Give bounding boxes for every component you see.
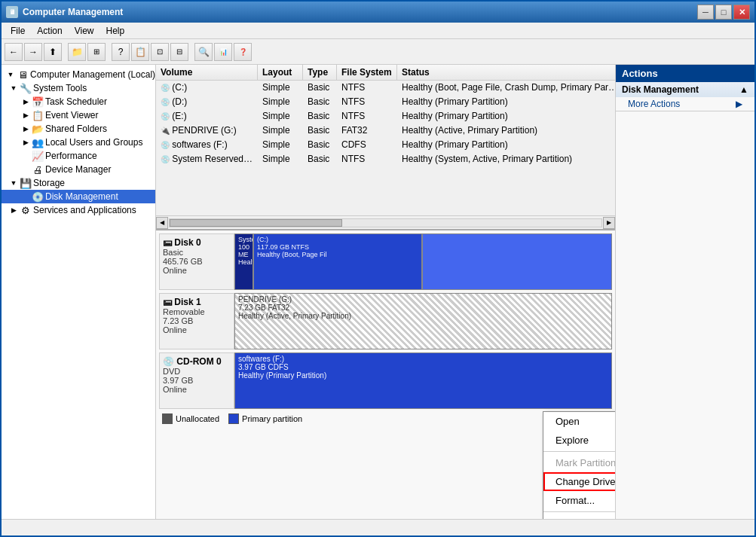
sidebar-task-label: Task Scheduler: [45, 96, 107, 107]
disk-0-part-c[interactable]: (C:)117.09 GB NTFSHealthy (Boot, Page Fi…: [254, 234, 424, 289]
cell-fs: FAT32: [337, 124, 397, 137]
disk-1-name: 🖴 Disk 1: [163, 297, 231, 307]
disk-1-info: 🖴 Disk 1 Removable 7.23 GB Online: [159, 293, 234, 349]
actions-section-disk-management: Disk Management ▲ More Actions ▶: [616, 82, 754, 111]
local-users-expander[interactable]: ▶: [20, 136, 32, 148]
menu-view[interactable]: View: [69, 24, 100, 38]
sidebar-item-system-tools[interactable]: ▼ 🔧 System Tools: [2, 81, 155, 95]
disk-1-pendrive[interactable]: PENDRIVE (G:)7.23 GB FAT32Healthy (Activ…: [235, 294, 611, 349]
cell-type: Basic: [303, 138, 337, 151]
table-row[interactable]: 💿 System Reserved (H:) Simple Basic NTFS…: [156, 152, 615, 166]
cell-volume: 💿 (C:): [156, 81, 258, 94]
disk-0-part-system[interactable]: System100 MEHealth: [235, 234, 254, 289]
sidebar-item-task-scheduler[interactable]: ▶ 📅 Task Scheduler: [2, 95, 155, 108]
table-row[interactable]: 💿 (E:) Simple Basic NTFS Healthy (Primar…: [156, 109, 615, 124]
cell-status: Healthy (Primary Partition): [397, 95, 615, 108]
hscroll-track[interactable]: [169, 218, 602, 227]
table-row[interactable]: 💿 softwares (F:) Simple Basic CDFS Healt…: [156, 138, 615, 152]
sidebar-performance-label: Performance: [45, 151, 97, 161]
ctx-change-drive-letter[interactable]: Change Drive Letter and Paths...: [543, 472, 615, 491]
window-title: Computer Management: [23, 7, 123, 17]
sidebar-item-disk-management[interactable]: 💿 Disk Management: [2, 190, 155, 203]
event-viewer-expander[interactable]: ▶: [20, 109, 32, 121]
toolbar-btn-9[interactable]: 📊: [214, 43, 232, 61]
toolbar-btn-8[interactable]: 🔍: [194, 43, 213, 61]
system-tools-expander[interactable]: ▼: [8, 82, 20, 94]
actions-section-title[interactable]: Disk Management ▲: [616, 82, 754, 97]
toolbar-btn-6[interactable]: ⊡: [151, 43, 169, 61]
col-filesystem[interactable]: File System: [337, 65, 397, 80]
task-scheduler-expander[interactable]: ▶: [20, 96, 32, 108]
menu-help[interactable]: Help: [100, 24, 131, 38]
cell-volume: 💿 System Reserved (H:): [156, 152, 258, 166]
toolbar-btn-7[interactable]: ⊟: [170, 43, 188, 61]
list-header: Volume Layout Type File System Status: [156, 65, 615, 81]
cdrom-0-name: 💿 CD-ROM 0: [163, 356, 231, 367]
legend-primary-box: [228, 413, 239, 424]
disk-1-size: 7.23 GB: [163, 316, 231, 325]
col-layout[interactable]: Layout: [258, 65, 303, 80]
actions-title: Actions: [622, 68, 658, 79]
sidebar-item-local-users[interactable]: ▶ 👥 Local Users and Groups: [2, 136, 155, 149]
sidebar-item-services-apps[interactable]: ▶ ⚙ Services and Applications: [2, 203, 155, 217]
legend-unallocated: Unallocated: [162, 413, 219, 424]
actions-more-actions[interactable]: More Actions ▶: [616, 97, 754, 111]
forward-button[interactable]: →: [24, 43, 42, 61]
disk-0-type: Basic: [163, 248, 231, 257]
cell-status: Healthy (Primary Partition): [397, 109, 615, 123]
disk-0-part-rest[interactable]: [423, 234, 611, 289]
list-hscrollbar[interactable]: ◀ ▶: [156, 215, 615, 229]
shared-expander[interactable]: ▶: [20, 123, 32, 135]
services-expander[interactable]: ▶: [8, 204, 20, 216]
table-row[interactable]: 🔌 PENDRIVE (G:) Simple Basic FAT32 Healt…: [156, 124, 615, 138]
sidebar-item-device-manager[interactable]: 🖨 Device Manager: [2, 163, 155, 176]
table-row[interactable]: 💿 (D:) Simple Basic NTFS Healthy (Primar…: [156, 95, 615, 109]
table-row[interactable]: 💿 (C:) Simple Basic NTFS Healthy (Boot, …: [156, 81, 615, 95]
cell-type: Basic: [303, 95, 337, 108]
cdrom-0-type: DVD: [163, 367, 231, 376]
sidebar-item-storage[interactable]: ▼ 💾 Storage: [2, 176, 155, 190]
toolbar-btn-3[interactable]: ⊞: [87, 43, 106, 61]
hscroll-left[interactable]: ◀: [156, 217, 168, 229]
disk-0-status: Online: [163, 266, 231, 275]
col-status[interactable]: Status: [397, 65, 615, 80]
minimize-button[interactable]: ─: [697, 5, 714, 20]
cell-status: Healthy (System, Active, Primary Partiti…: [397, 152, 615, 166]
sidebar-shared-label: Shared Folders: [45, 124, 107, 134]
disk-0-size: 465.76 GB: [163, 257, 231, 266]
root-expander[interactable]: ▼: [5, 69, 17, 81]
ctx-open[interactable]: Open: [543, 412, 615, 431]
show-hide-button[interactable]: 📁: [68, 43, 86, 61]
col-volume[interactable]: Volume: [156, 65, 258, 80]
sidebar-item-shared-folders[interactable]: ▶ 📂 Shared Folders: [2, 122, 155, 136]
cell-volume: 💿 (E:): [156, 109, 258, 123]
menu-file[interactable]: File: [5, 24, 31, 38]
cdrom-0-item: 💿 CD-ROM 0 DVD 3.97 GB Online softwares …: [159, 352, 612, 409]
sidebar-root[interactable]: ▼ 🖥 Computer Management (Local): [2, 68, 155, 81]
col-type[interactable]: Type: [303, 65, 337, 80]
hscroll-right[interactable]: ▶: [603, 217, 615, 229]
storage-expander[interactable]: ▼: [8, 177, 20, 189]
actions-collapse-icon: ▲: [739, 84, 748, 95]
more-actions-arrow: ▶: [736, 99, 742, 109]
ctx-explore[interactable]: Explore: [543, 431, 615, 450]
up-button[interactable]: ⬆: [44, 43, 62, 61]
list-body: 💿 (C:) Simple Basic NTFS Healthy (Boot, …: [156, 81, 615, 215]
menu-action[interactable]: Action: [31, 24, 68, 38]
actions-panel: Actions Disk Management ▲ More Actions ▶: [615, 65, 754, 519]
maximize-button[interactable]: □: [715, 5, 732, 20]
cell-layout: Simple: [258, 109, 303, 123]
system-tools-icon: 🔧: [20, 82, 32, 94]
cdrom-0-softwares[interactable]: softwares (F:)3.97 GB CDFSHealthy (Prima…: [235, 353, 611, 408]
toolbar-btn-5[interactable]: 📋: [131, 43, 149, 61]
ctx-format[interactable]: Format...: [543, 491, 615, 510]
sidebar-event-label: Event Viewer: [45, 110, 98, 121]
sidebar-item-performance[interactable]: 📈 Performance: [2, 149, 155, 163]
close-button[interactable]: ✕: [733, 5, 750, 20]
toolbar-btn-10[interactable]: ❓: [234, 43, 252, 61]
sidebar-item-event-viewer[interactable]: ▶ 📋 Event Viewer: [2, 108, 155, 122]
cell-volume: 💿 (D:): [156, 95, 258, 108]
back-button[interactable]: ←: [5, 43, 23, 61]
toolbar-btn-4[interactable]: ?: [112, 43, 130, 61]
hscroll-thumb[interactable]: [170, 219, 342, 227]
